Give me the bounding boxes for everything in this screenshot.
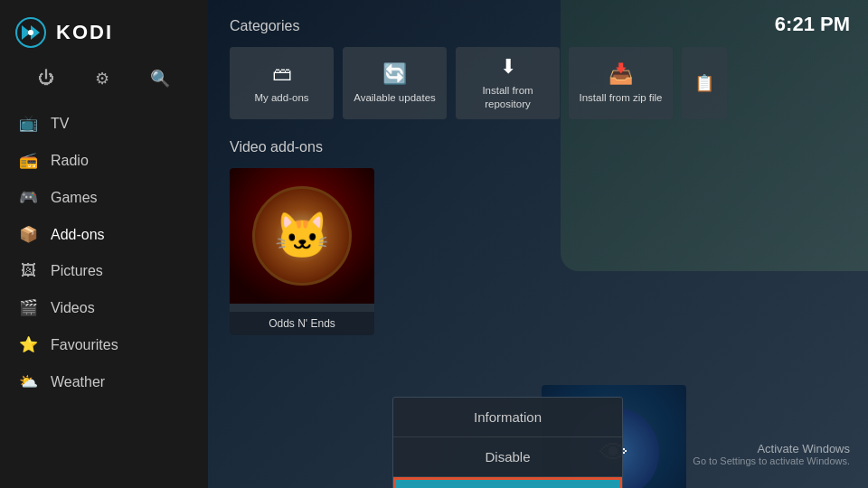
sidebar: KODI ⏻ ⚙ 🔍 📺 TV 📻 Radio 🎮 Games 📦 Add-on…: [0, 0, 208, 488]
sidebar-item-weather[interactable]: ⛅ Weather: [0, 363, 208, 400]
sidebar-item-videos-label: Videos: [51, 300, 95, 316]
addon-card-odds-n-ends-image: 🐱: [230, 168, 374, 304]
sidebar-header: KODI: [0, 0, 208, 58]
sidebar-item-pictures-label: Pictures: [51, 263, 103, 279]
context-menu-disable[interactable]: Disable: [393, 437, 622, 476]
install-from-zip-label: Install from zip file: [579, 91, 662, 105]
context-menu-settings[interactable]: Settings: [393, 477, 622, 488]
sidebar-item-tv-label: TV: [51, 116, 69, 132]
sidebar-item-weather-label: Weather: [51, 374, 105, 390]
pictures-icon: 🖼: [18, 262, 38, 280]
tv-icon: 📺: [18, 114, 38, 133]
category-available-updates[interactable]: 🔄 Available updates: [343, 47, 447, 119]
sidebar-item-favourites[interactable]: ⭐ Favourites: [0, 326, 208, 363]
category-install-from-repo[interactable]: ⬇ Install from repository: [456, 47, 560, 119]
activate-windows-subtitle: Go to Settings to activate Windows.: [693, 455, 850, 466]
available-updates-icon: 🔄: [382, 62, 407, 86]
available-updates-label: Available updates: [354, 91, 436, 105]
settings-button[interactable]: ⚙: [88, 65, 117, 92]
activate-windows-title: Activate Windows: [693, 442, 850, 455]
install-from-repo-icon: ⬇: [500, 55, 516, 79]
sidebar-item-addons-label: Add-ons: [51, 227, 105, 243]
category-my-addons[interactable]: 🗃 My add-ons: [230, 47, 334, 119]
categories-row: 🗃 My add-ons 🔄 Available updates ⬇ Insta…: [230, 47, 846, 119]
sidebar-item-radio[interactable]: 📻 Radio: [0, 142, 208, 179]
category-partial: 📋: [682, 47, 727, 119]
sidebar-toolbar: ⏻ ⚙ 🔍: [0, 58, 208, 105]
install-from-zip-icon: 📥: [609, 62, 633, 86]
category-install-from-zip[interactable]: 📥 Install from zip file: [569, 47, 673, 119]
cat-face-icon: 🐱: [274, 213, 330, 258]
my-addons-icon: 🗃: [272, 62, 292, 86]
my-addons-label: My add-ons: [254, 91, 308, 105]
sidebar-item-favourites-label: Favourites: [51, 337, 118, 353]
addon-card-odds-n-ends[interactable]: 🐱 Odds N' Ends: [230, 168, 374, 335]
context-menu-information[interactable]: Information: [393, 398, 622, 436]
sidebar-item-radio-label: Radio: [51, 153, 89, 169]
install-from-repo-label: Install from repository: [463, 84, 552, 111]
power-button[interactable]: ⏻: [31, 65, 61, 92]
activate-windows-notice: Activate Windows Go to Settings to activ…: [693, 442, 850, 466]
sidebar-item-videos[interactable]: 🎬 Videos: [0, 289, 208, 326]
sidebar-item-pictures[interactable]: 🖼 Pictures: [0, 253, 208, 289]
sidebar-nav: 📺 TV 📻 Radio 🎮 Games 📦 Add-ons 🖼 Picture…: [0, 105, 208, 488]
video-addons-title: Video add-ons: [230, 139, 846, 155]
sidebar-item-games-label: Games: [51, 190, 98, 206]
content-area: Categories 🗃 My add-ons 🔄 Available upda…: [230, 18, 846, 335]
odds-n-ends-label: Odds N' Ends: [230, 312, 374, 335]
radio-icon: 📻: [18, 151, 38, 170]
videos-icon: 🎬: [18, 298, 38, 317]
odds-n-ends-thumbnail: 🐱: [252, 186, 352, 286]
games-icon: 🎮: [18, 188, 38, 207]
search-button[interactable]: 🔍: [143, 65, 177, 92]
addons-icon: 📦: [18, 225, 38, 244]
partial-icon: 📋: [694, 73, 714, 93]
sidebar-item-addons[interactable]: 📦 Add-ons: [0, 216, 208, 253]
sidebar-item-tv[interactable]: 📺 TV: [0, 105, 208, 142]
addon-list: 🐱 Odds N' Ends 👁 Shadow Information Disa…: [230, 168, 846, 335]
kodi-logo-icon: [14, 16, 47, 49]
app-title: KODI: [56, 21, 113, 44]
svg-point-3: [28, 30, 33, 35]
weather-icon: ⛅: [18, 372, 38, 391]
categories-title: Categories: [230, 18, 846, 34]
sidebar-item-games[interactable]: 🎮 Games: [0, 179, 208, 216]
main-content: 6:21 PM Categories 🗃 My add-ons 🔄 Availa…: [208, 0, 868, 488]
context-menu: Information Disable Settings Add to favo…: [392, 397, 623, 488]
favourites-icon: ⭐: [18, 335, 38, 354]
time-display: 6:21 PM: [775, 13, 850, 36]
